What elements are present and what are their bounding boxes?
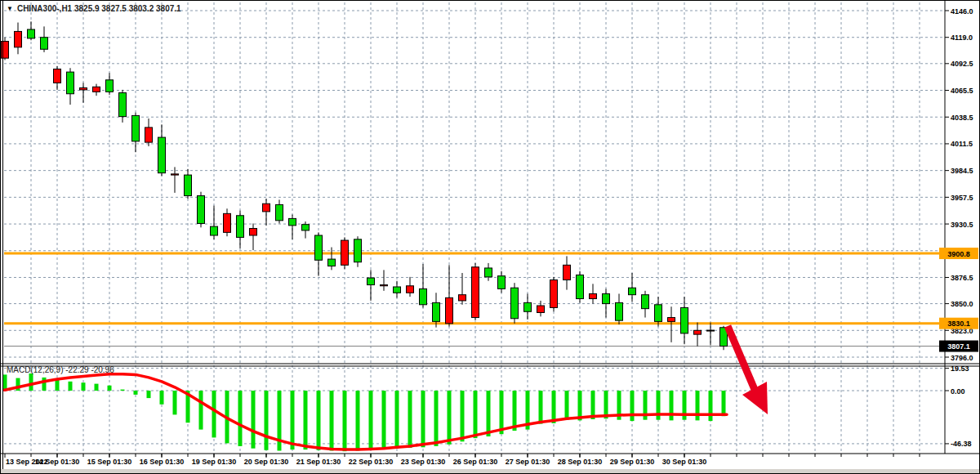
candles [2, 21, 728, 350]
svg-text:0.00: 0.00 [951, 387, 965, 396]
macd-histogram-bar [82, 382, 86, 391]
macd-histogram-bar [552, 391, 556, 423]
svg-text:3876.5: 3876.5 [951, 274, 973, 282]
svg-text:3796.0: 3796.0 [951, 354, 973, 362]
macd-histogram-bar [330, 391, 334, 451]
svg-text:3984.5: 3984.5 [951, 167, 973, 175]
candle-body [132, 115, 140, 141]
candle-body [368, 278, 375, 284]
candle-body [642, 295, 649, 309]
candle-body [511, 288, 519, 319]
svg-text:4011.5: 4011.5 [951, 140, 973, 148]
candle-body [603, 293, 610, 303]
candle-body [537, 306, 545, 312]
candle-body [93, 87, 100, 92]
svg-text:3900.8: 3900.8 [947, 250, 970, 258]
svg-text:20 Sep 01:30: 20 Sep 01:30 [244, 458, 289, 466]
candle-body [381, 285, 388, 286]
macd-histogram-bar [369, 391, 373, 449]
time-axis[interactable]: 13 Sep 202214 Sep 01:3015 Sep 01:3016 Se… [5, 454, 706, 466]
price-chart-canvas[interactable]: 4146.04119.04092.54065.54038.54011.53984… [1, 1, 980, 474]
candle-body [707, 330, 715, 331]
candle-body [172, 174, 179, 175]
window-inner-border [2, 1, 3, 469]
candle-body [145, 127, 153, 142]
arrow-shaft[interactable] [728, 326, 755, 391]
macd-axis[interactable]: 19.530.00-46.38 [945, 364, 972, 448]
svg-text:4065.5: 4065.5 [951, 87, 973, 95]
trend-arrow-annotation[interactable] [728, 326, 768, 414]
candle-body [224, 213, 231, 232]
candle-body [446, 297, 453, 323]
candle-body [485, 268, 492, 277]
candle-body [394, 287, 401, 293]
macd-histogram-bar [147, 391, 151, 398]
candle-body [276, 204, 283, 220]
macd-histogram-bar [238, 391, 243, 446]
macd-histogram [3, 373, 726, 451]
candle-body [564, 265, 571, 279]
macd-histogram-bar [265, 391, 269, 450]
macd-histogram-bar [434, 391, 439, 446]
macd-histogram-bar [500, 391, 504, 434]
svg-text:3807.1: 3807.1 [947, 342, 970, 351]
candle-body [41, 38, 48, 50]
symbol-dropdown-icon[interactable]: ▼ [7, 5, 13, 12]
svg-text:23 Sep 01:30: 23 Sep 01:30 [401, 458, 446, 466]
macd-histogram-bar [291, 391, 295, 449]
svg-text:28 Sep 01:30: 28 Sep 01:30 [558, 458, 603, 466]
macd-histogram-bar [722, 391, 726, 416]
macd-histogram-bar [317, 391, 321, 450]
candle-body [433, 302, 440, 321]
price-axis[interactable]: 4146.04119.04092.54065.54038.54011.53984… [945, 7, 973, 362]
macd-histogram-bar [199, 391, 203, 430]
svg-text:14 Sep 01:30: 14 Sep 01:30 [35, 458, 80, 466]
svg-text:22 Sep 01:30: 22 Sep 01:30 [349, 458, 394, 466]
candle-body [250, 229, 257, 235]
candle-body [198, 196, 205, 224]
macd-histogram-bar [56, 380, 60, 391]
pane-frame [1, 1, 980, 454]
window-bottom-edge [1, 469, 979, 473]
macd-histogram-bar [487, 391, 491, 436]
macd-histogram-bar [670, 391, 674, 420]
svg-text:27 Sep 01:30: 27 Sep 01:30 [506, 458, 550, 466]
candle-body [629, 288, 636, 294]
candle-body [211, 226, 218, 235]
macd-histogram-bar [474, 391, 478, 438]
macd-histogram-bar [252, 391, 256, 449]
macd-histogram-bar [395, 391, 399, 449]
chart-window: ▼ CHINA300-,H1 3825.9 3827.5 3803.2 3807… [0, 0, 980, 474]
svg-text:19 Sep 01:30: 19 Sep 01:30 [192, 458, 237, 466]
svg-text:30 Sep 01:30: 30 Sep 01:30 [662, 458, 707, 466]
candle-body [185, 175, 192, 195]
macd-histogram-bar [421, 391, 425, 447]
candle-body [590, 293, 597, 298]
candle-body [15, 31, 22, 47]
candle-body [263, 203, 270, 212]
candle-body [354, 239, 362, 262]
candle-body [694, 330, 702, 334]
macd-histogram-bar [212, 391, 216, 437]
symbol-title: CHINA300-,H1 3825.9 3827.5 3803.2 3807.1 [17, 4, 181, 13]
candle-body [524, 302, 532, 311]
svg-text:3830.1: 3830.1 [947, 320, 970, 328]
macd-histogram-bar [134, 391, 138, 395]
candle-body [28, 29, 35, 38]
macd-histogram-bar [343, 391, 347, 451]
candle-body [550, 280, 558, 308]
svg-text:15 Sep 01:30: 15 Sep 01:30 [87, 458, 132, 466]
macd-histogram-bar [108, 386, 112, 391]
svg-text:21 Sep 01:30: 21 Sep 01:30 [296, 458, 341, 466]
candle-body [315, 235, 323, 260]
candle-body [498, 276, 506, 289]
candle-body [472, 267, 479, 318]
macd-histogram-bar [461, 391, 465, 441]
candle-body [655, 305, 662, 322]
candle-body [289, 218, 296, 225]
candle-body [54, 69, 61, 83]
macd-histogram-bar [173, 391, 177, 414]
macd-histogram-bar [448, 391, 452, 445]
svg-text:4092.5: 4092.5 [951, 60, 973, 68]
macd-histogram-bar [29, 373, 33, 391]
